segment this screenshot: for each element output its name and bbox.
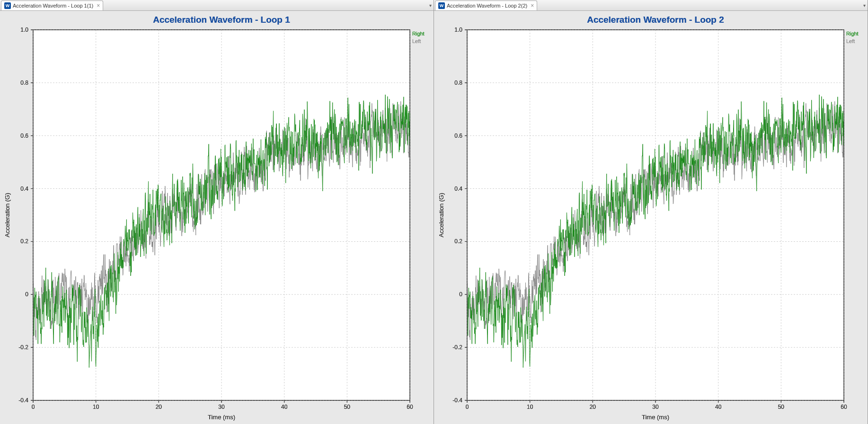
y-tick-label: 0.6 [454, 132, 462, 139]
waveform-icon: W [4, 2, 11, 9]
plot-container-2[interactable]: 0102030405060-0.4-0.200.20.40.60.81.0Tim… [434, 11, 868, 424]
waveform-icon: W [438, 2, 445, 9]
tab-loop-1[interactable]: W Acceleration Waveform - Loop 1(1) × [1, 0, 103, 10]
x-tick-label: 60 [407, 404, 413, 410]
x-tick-label: 50 [344, 404, 351, 410]
chart-title: Acceleration Waveform - Loop 2 [587, 15, 724, 25]
y-tick-label: 0 [459, 291, 462, 298]
x-tick-label: 30 [652, 404, 659, 410]
y-tick-label: -0.4 [452, 397, 462, 404]
y-tick-label: -0.2 [452, 344, 462, 351]
y-tick-label: 0.4 [20, 186, 28, 192]
legend-right: Right [846, 31, 859, 36]
x-tick-label: 30 [218, 404, 225, 410]
legend-left: Left [846, 38, 855, 44]
tab-bar-1: W Acceleration Waveform - Loop 1(1) × ▾ [0, 0, 434, 11]
x-tick-label: 20 [590, 404, 596, 410]
y-tick-label: 0.6 [20, 132, 28, 139]
panel-loop-2: W Acceleration Waveform - Loop 2(2) × ▾ … [434, 0, 868, 424]
x-axis-label: Time (ms) [642, 414, 669, 421]
x-tick-label: 0 [466, 404, 469, 410]
panel-loop-1: W Acceleration Waveform - Loop 1(1) × ▾ … [0, 0, 434, 424]
legend-right: Right [412, 31, 425, 36]
y-tick-label: 0.2 [20, 238, 28, 245]
x-tick-label: 10 [527, 404, 533, 410]
y-tick-label: 0.4 [454, 186, 462, 192]
y-tick-label: 0.2 [454, 238, 462, 245]
x-tick-label: 20 [156, 404, 162, 410]
plot-svg-1: 0102030405060-0.4-0.200.20.40.60.81.0Tim… [0, 11, 434, 424]
tab-bar-2: W Acceleration Waveform - Loop 2(2) × ▾ [434, 0, 868, 11]
x-tick-label: 40 [715, 404, 722, 410]
x-axis-label: Time (ms) [208, 414, 235, 421]
y-axis-label: Acceleration (G) [438, 193, 445, 238]
y-tick-label: -0.4 [18, 397, 28, 404]
y-tick-label: -0.2 [18, 344, 28, 351]
y-axis-label: Acceleration (G) [4, 193, 11, 238]
y-tick-label: 0.8 [454, 80, 462, 86]
y-tick-label: 1.0 [454, 26, 462, 33]
close-icon[interactable]: × [97, 2, 100, 9]
close-icon[interactable]: × [531, 2, 534, 9]
plot-container-1[interactable]: 0102030405060-0.4-0.200.20.40.60.81.0Tim… [0, 11, 434, 424]
chart-title: Acceleration Waveform - Loop 1 [153, 15, 290, 25]
tab-label: Acceleration Waveform - Loop 2(2) [447, 3, 527, 9]
y-tick-label: 0.8 [20, 80, 28, 86]
x-tick-label: 60 [841, 404, 847, 410]
x-tick-label: 0 [32, 404, 35, 410]
chevron-down-icon[interactable]: ▾ [429, 3, 432, 8]
chevron-down-icon[interactable]: ▾ [863, 3, 866, 8]
legend-left: Left [412, 38, 421, 44]
tab-loop-2[interactable]: W Acceleration Waveform - Loop 2(2) × [435, 0, 537, 10]
y-tick-label: 1.0 [20, 26, 28, 33]
x-tick-label: 50 [778, 404, 785, 410]
workspace: W Acceleration Waveform - Loop 1(1) × ▾ … [0, 0, 868, 424]
x-tick-label: 40 [281, 404, 288, 410]
y-tick-label: 0 [25, 291, 28, 298]
tab-label: Acceleration Waveform - Loop 1(1) [13, 3, 93, 9]
x-tick-label: 10 [93, 404, 99, 410]
plot-svg-2: 0102030405060-0.4-0.200.20.40.60.81.0Tim… [434, 11, 868, 424]
